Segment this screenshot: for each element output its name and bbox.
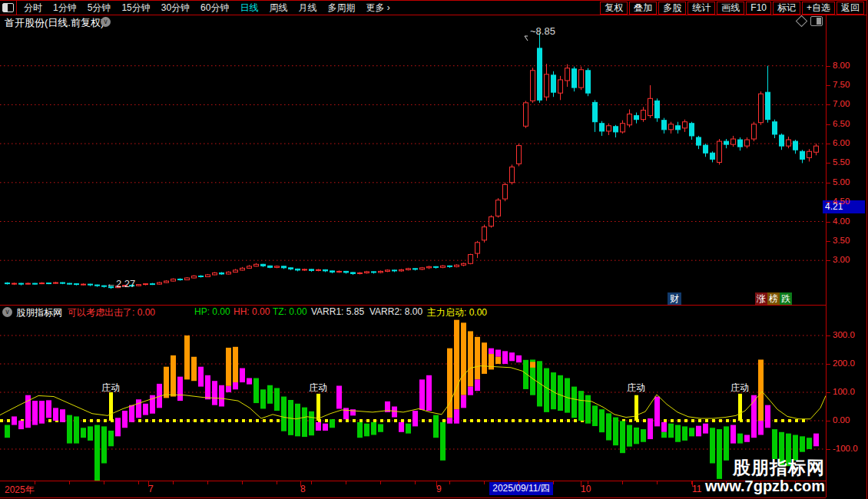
axis-tick: [826, 183, 830, 183]
tab-period-多周期[interactable]: 多周期: [327, 2, 355, 15]
date-tick: [35, 481, 35, 484]
axis-tick: [826, 241, 830, 242]
date-tick: [484, 481, 485, 484]
price-axis-label: 3.00: [833, 255, 865, 264]
axis-tick: [826, 222, 830, 223]
high-price-annotation: ~8.85: [530, 25, 555, 37]
date-label: 9: [436, 484, 442, 494]
toolbar-button-多股[interactable]: 多股: [658, 2, 686, 15]
axis-tick: [826, 124, 830, 125]
date-label: 8: [300, 484, 306, 494]
axis-tick: [826, 202, 830, 203]
price-axis-label: 5.00: [833, 177, 865, 187]
date-label: 11: [692, 484, 701, 494]
price-axis-label: 7.00: [833, 99, 865, 108]
zhuangdong-label: 庄动: [101, 382, 120, 393]
price-axis-label: 6.50: [833, 119, 865, 128]
toolbar-button-返回[interactable]: 返回: [837, 2, 864, 15]
toolbar-buttons: 复权叠加多股统计画线F10标记+自选返回: [598, 2, 866, 15]
limit-char: 涨: [755, 292, 767, 305]
indicator-chart[interactable]: 庄动庄动庄动庄动: [0, 319, 826, 481]
tab-period-月线[interactable]: 月线: [298, 2, 316, 15]
limit-updown-badge[interactable]: 涨榜跌: [755, 292, 792, 305]
tab-period-1分钟[interactable]: 1分钟: [53, 2, 77, 15]
month-tick: [300, 481, 301, 487]
indicator-header: ∨ 股朋指标网 可以考虑出击了: 0.00HP: 0.00HH: 0.00TZ:…: [0, 306, 826, 319]
month-tick: [436, 481, 437, 487]
date-tick: [346, 481, 346, 484]
watermark: 股朋指标网 www.7gpzb.com: [705, 458, 825, 494]
date-axis-top-line: [0, 481, 826, 481]
zhuangdong-label: 庄动: [627, 382, 645, 393]
axis-tick: [826, 66, 830, 67]
trading-app-window: 分时1分钟5分钟15分钟30分钟60分钟日线周线月线多周期更多 › 复权叠加多股…: [0, 0, 868, 499]
axis-tick: [826, 392, 830, 393]
panel-divider: [0, 305, 826, 306]
period-tabs: 分时1分钟5分钟15分钟30分钟60分钟日线周线月线多周期更多 ›: [17, 2, 390, 15]
toolbar-button-标记[interactable]: 标记: [773, 2, 800, 15]
indicator-name: 股朋指标网: [16, 306, 62, 319]
date-tick: [311, 481, 312, 484]
limit-char: 跌: [780, 292, 792, 305]
indicator-field-主力启动: 主力启动: 0.00: [427, 306, 487, 319]
price-axis-label: 5.50: [833, 157, 865, 167]
date-tick: [657, 481, 658, 484]
window-split-icon: [2, 3, 14, 12]
tab-period-更多 ›[interactable]: 更多 ›: [366, 2, 389, 15]
axis-tick: [826, 85, 830, 86]
indicator-axis-label: 100.0: [833, 387, 865, 396]
layout-toggle-button[interactable]: [0, 1, 17, 15]
zhuangdong-label: 庄动: [731, 382, 749, 393]
tab-period-周线[interactable]: 周线: [269, 2, 287, 15]
indicator-field-可以考虑出击了: 可以考虑出击了: 0.00: [68, 306, 155, 319]
tab-period-日线[interactable]: 日线: [240, 2, 258, 15]
tab-period-5分钟[interactable]: 5分钟: [88, 2, 111, 15]
axis-tick: [826, 335, 830, 336]
toolbar-button-叠加[interactable]: 叠加: [629, 2, 657, 15]
tab-period-分时[interactable]: 分时: [24, 2, 42, 15]
date-tick: [415, 481, 416, 484]
indicator-axis-label: 200.0: [833, 359, 865, 368]
date-tick: [622, 481, 623, 484]
toolbar-button-统计[interactable]: 统计: [687, 2, 715, 15]
price-axis-label: 7.50: [833, 80, 865, 89]
zhuangdong-label: 庄动: [309, 382, 327, 393]
toolbar-button-复权[interactable]: 复权: [600, 2, 628, 15]
axis-tick: [826, 104, 830, 105]
toolbar-button-+自选[interactable]: +自选: [802, 2, 835, 15]
date-axis-bottom-line: [0, 497, 826, 498]
date-label: 10: [581, 484, 591, 494]
price-axis-label: 3.50: [833, 236, 865, 245]
date-label: 2025年: [5, 484, 35, 497]
price-axis-label: 8.00: [833, 61, 865, 70]
month-tick: [692, 481, 693, 487]
indicator-axis-label: 0.00: [833, 415, 865, 425]
date-tick: [104, 481, 104, 484]
axis-border: [826, 15, 827, 497]
indicator-axis-label: -100.0: [833, 444, 865, 453]
low-price-annotation: ←2.27: [106, 278, 135, 289]
limit-char: 榜: [767, 292, 780, 305]
axis-tick: [826, 449, 830, 450]
tab-period-60分钟[interactable]: 60分钟: [200, 2, 229, 15]
date-label: 7: [148, 484, 154, 494]
right-border: [866, 0, 867, 499]
tab-period-15分钟[interactable]: 15分钟: [121, 2, 150, 15]
date-tick: [449, 481, 450, 484]
date-tick: [138, 481, 139, 484]
candlestick-chart[interactable]: [0, 15, 826, 306]
toolbar-button-画线[interactable]: 画线: [717, 2, 744, 15]
axis-tick: [826, 421, 830, 421]
price-axis-label: 4.50: [833, 197, 865, 206]
price-axis-label: 4.00: [833, 216, 865, 226]
toolbar-button-F10[interactable]: F10: [746, 2, 771, 15]
indicator-field-HP: HP: 0.00: [194, 306, 230, 317]
axis-tick: [826, 260, 830, 261]
tab-period-30分钟[interactable]: 30分钟: [161, 2, 190, 15]
axis-tick: [826, 163, 830, 164]
finance-badge[interactable]: 财: [668, 292, 681, 305]
price-axis-label: 6.00: [833, 138, 865, 147]
collapse-icon[interactable]: ∨: [2, 307, 12, 317]
date-tick: [518, 481, 519, 484]
watermark-site-name: 股朋指标网: [705, 458, 825, 478]
